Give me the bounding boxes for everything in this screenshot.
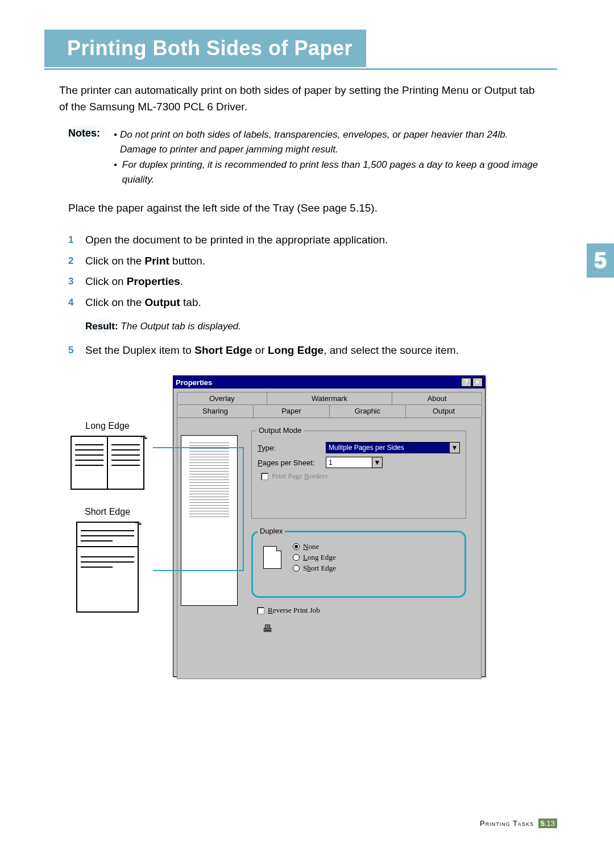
duplex-group: Duplex None Long Edge Short Edge (251, 531, 466, 598)
step-number: 1 (68, 232, 85, 249)
intro-paragraph: The printer can automatically print on b… (59, 82, 540, 115)
chapter-number: 5 (594, 249, 606, 273)
step-text: Click on the Print button. (85, 253, 540, 270)
tab-panel-output: Output Mode Type: Mulitple Pages per Sid… (177, 418, 482, 679)
footer-page-number: 5.13 (538, 819, 557, 828)
step-text: Click on Properties. (85, 274, 540, 290)
close-button[interactable]: × (472, 378, 483, 387)
page-title: Printing Both Sides of Paper (67, 36, 352, 60)
short-edge-callout: Short Edge ↷ (59, 507, 156, 613)
steps-list: 1 Open the document to be printed in the… (68, 228, 540, 363)
note-item: Do not print on both sides of labels, tr… (120, 127, 540, 156)
dialog-illustration: Long Edge ↷ Short Edge ↷ Properties (59, 375, 486, 677)
pages-per-sheet-label: Pages per Sheet: (258, 458, 326, 467)
duplex-long-edge-radio[interactable]: Long Edge (293, 553, 459, 562)
step-number: 2 (68, 253, 85, 270)
step-1: 1 Open the document to be printed in the… (68, 232, 540, 249)
step-4: 4 Click on the Output tab. (68, 295, 540, 311)
long-edge-label: Long Edge (59, 421, 156, 431)
flip-arrow-icon: ↷ (141, 433, 148, 443)
step-text: Click on the Output tab. (85, 295, 540, 311)
type-label: Type: (258, 444, 326, 452)
type-dropdown[interactable]: Mulitple Pages per Sides ▼ (326, 442, 460, 453)
dialog-title: Properties (176, 378, 212, 387)
long-edge-callout: Long Edge ↷ (59, 421, 156, 490)
note-item: For duplex printing, it is recommended t… (122, 158, 540, 187)
page-footer: Printing Tasks 5.13 (480, 819, 557, 828)
pages-per-sheet-dropdown[interactable]: 1 ▼ (326, 457, 383, 468)
printer-icon: 🖶 (263, 623, 273, 635)
title-bar: Printing Both Sides of Paper (44, 30, 366, 67)
notes-block: Notes: •Do not print on both sides of la… (68, 127, 540, 188)
short-edge-diagram: ↷ (76, 522, 139, 613)
reverse-print-checkbox[interactable]: Reverse Print Job (257, 606, 320, 615)
properties-dialog: Properties ? × Overlay Watermark About S… (173, 375, 486, 677)
result-block: Result: The Output tab is displayed. (68, 321, 540, 332)
tab-paper[interactable]: Paper (253, 404, 330, 418)
notes-label: Notes: (68, 127, 111, 139)
chevron-down-icon: ▼ (372, 457, 382, 468)
result-text: The Output tab is displayed. (121, 321, 241, 332)
page-header: Printing Both Sides of Paper (44, 30, 557, 67)
duplex-legend: Duplex (258, 527, 285, 535)
duplex-short-edge-radio[interactable]: Short Edge (293, 564, 459, 573)
tab-watermark[interactable]: Watermark (267, 392, 392, 404)
dialog-titlebar: Properties ? × (173, 376, 485, 388)
long-edge-diagram: ↷ (70, 436, 144, 490)
step-number: 4 (68, 295, 85, 311)
step-3: 3 Click on Properties. (68, 274, 540, 290)
place-paper-text: Place the paper against the left side of… (68, 202, 540, 214)
reverse-print-label: Reverse Print Job (268, 606, 320, 615)
tab-graphic[interactable]: Graphic (329, 404, 406, 418)
page-preview (181, 435, 238, 606)
tab-output[interactable]: Output (405, 404, 482, 418)
print-page-borders-label: Print Page Borders (272, 472, 327, 481)
step-text: Set the Duplex item to Short Edge or Lon… (85, 342, 540, 359)
short-edge-label: Short Edge (59, 507, 156, 517)
output-mode-group: Output Mode Type: Mulitple Pages per Sid… (251, 431, 466, 519)
help-button[interactable]: ? (461, 378, 471, 387)
step-text: Open the document to be printed in the a… (85, 232, 540, 249)
chevron-down-icon: ▼ (449, 443, 459, 453)
flip-arrow-icon: ↷ (135, 519, 142, 528)
print-page-borders-checkbox[interactable]: Print Page Borders (261, 472, 460, 481)
step-number: 5 (68, 342, 85, 359)
footer-section: Printing Tasks (480, 819, 534, 828)
step-5: 5 Set the Duplex item to Short Edge or L… (68, 342, 540, 359)
tab-sharing[interactable]: Sharing (177, 404, 254, 418)
callout-line (153, 570, 244, 571)
chapter-tab: 5 (587, 243, 614, 278)
tabs-area: Overlay Watermark About Sharing Paper Gr… (173, 388, 485, 679)
edge-callouts: Long Edge ↷ Short Edge ↷ (59, 421, 156, 630)
title-rule (44, 68, 557, 70)
duplex-none-radio[interactable]: None (293, 542, 459, 551)
tab-overlay[interactable]: Overlay (177, 392, 267, 404)
step-number: 3 (68, 274, 85, 290)
callout-line (153, 447, 244, 448)
result-label: Result: (85, 321, 118, 332)
callout-line (243, 524, 244, 571)
tab-about[interactable]: About (392, 392, 482, 404)
output-mode-legend: Output Mode (256, 426, 304, 435)
callout-line (243, 447, 244, 524)
notes-list: •Do not print on both sides of labels, t… (114, 127, 540, 187)
step-2: 2 Click on the Print button. (68, 253, 540, 270)
duplex-page-icon (263, 546, 281, 569)
